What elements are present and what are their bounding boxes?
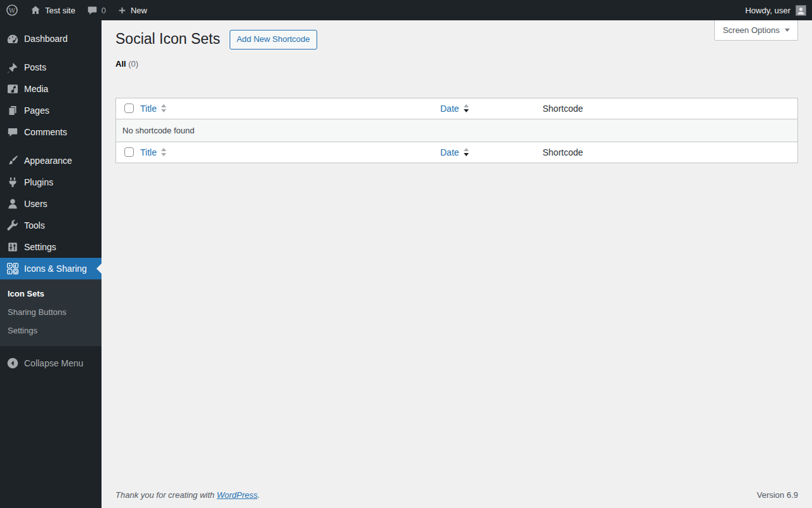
comments-bubble-icon <box>87 5 98 16</box>
menu-separator <box>0 143 102 150</box>
users-icon <box>6 197 19 210</box>
column-shortcode-label: Shortcode <box>542 147 583 157</box>
sidebar-item-pages[interactable]: Pages <box>0 100 102 121</box>
tools-icon <box>6 219 19 232</box>
sidebar-item-users[interactable]: Users <box>0 193 102 215</box>
sidebar-item-icons-sharing[interactable]: t Icons & Sharing <box>0 258 102 279</box>
select-all-cell <box>116 98 134 119</box>
wordpress-logo-menu[interactable]: W <box>0 0 24 20</box>
column-title-label: Title <box>140 104 157 114</box>
posts-icon <box>6 61 19 74</box>
column-shortcode: Shortcode <box>536 98 797 119</box>
site-name-label: Test site <box>45 6 75 15</box>
howdy-text: Howdy, user <box>745 6 790 15</box>
admin-bar: W Test site 0 New Howdy, user <box>0 0 812 20</box>
submenu-item-icon-sets[interactable]: Icon Sets <box>0 284 102 303</box>
empty-message: No shortcode found <box>116 119 798 142</box>
title-row: Social Icon Sets Add New Shortcode <box>115 30 798 50</box>
sidebar-item-label: Plugins <box>24 177 53 187</box>
sidebar-item-label: Users <box>24 199 48 209</box>
sidebar-item-appearance[interactable]: Appearance <box>0 150 102 171</box>
dashboard-icon <box>6 32 19 45</box>
sort-icons <box>464 148 469 156</box>
collapse-menu-button[interactable]: Collapse Menu <box>0 352 102 374</box>
page-wrap: Social Icon Sets Add New Shortcode All (… <box>102 20 812 163</box>
submenu-item-settings[interactable]: Settings <box>0 321 102 340</box>
sidebar-item-media[interactable]: Media <box>0 78 102 100</box>
comments-icon <box>6 126 19 138</box>
column-date: Date <box>434 98 536 119</box>
column-title-label: Title <box>140 147 157 157</box>
submenu-item-sharing-buttons[interactable]: Sharing Buttons <box>0 303 102 321</box>
sidebar-item-plugins[interactable]: Plugins <box>0 171 102 193</box>
table-row: No shortcode found <box>116 119 798 142</box>
icons-sharing-icon: t <box>6 262 19 275</box>
appearance-icon <box>6 154 19 167</box>
filter-all-link[interactable]: All <box>115 59 126 69</box>
sort-by-date-link[interactable]: Date <box>440 104 469 114</box>
current-menu-arrow-icon <box>96 264 102 274</box>
admin-sidebar: Dashboard Posts Media Pages Comments <box>0 20 102 508</box>
column-title: Title <box>134 98 434 119</box>
column-shortcode-label: Shortcode <box>542 104 583 114</box>
new-content-menu[interactable]: New <box>112 0 153 20</box>
sidebar-item-label: Icons & Sharing <box>24 264 87 274</box>
site-name-menu[interactable]: Test site <box>24 0 81 20</box>
avatar <box>796 5 806 16</box>
column-date-label: Date <box>440 147 459 157</box>
svg-text:W: W <box>9 7 16 14</box>
my-account-menu[interactable]: Howdy, user <box>740 0 812 20</box>
sidebar-item-settings[interactable]: Settings <box>0 236 102 258</box>
select-all-checkbox-bottom[interactable] <box>124 147 134 157</box>
column-date-label: Date <box>440 104 459 114</box>
screen-options-label: Screen Options <box>723 25 780 35</box>
admin-bar-right: Howdy, user <box>740 0 812 20</box>
page-frame: Dashboard Posts Media Pages Comments <box>0 20 812 508</box>
wordpress-logo-icon: W <box>6 4 18 17</box>
select-all-cell <box>116 142 134 163</box>
sidebar-item-comments[interactable]: Comments <box>0 121 102 143</box>
footer-version: Version 6.9 <box>757 490 798 500</box>
plus-icon <box>117 6 127 15</box>
footer-thanks: Thank you for creating with WordPress. <box>115 490 260 500</box>
comments-menu[interactable]: 0 <box>81 0 112 20</box>
sort-icons <box>161 104 166 112</box>
media-icon <box>6 83 19 95</box>
table-header: Title Date Shortcode <box>116 98 798 119</box>
wordpress-link[interactable]: WordPress <box>217 490 258 500</box>
sidebar-item-label: Media <box>24 84 48 94</box>
filter-all-count: (0) <box>128 59 138 69</box>
sidebar-item-label: Comments <box>24 127 67 137</box>
column-shortcode: Shortcode <box>536 142 797 163</box>
sidebar-item-posts[interactable]: Posts <box>0 57 102 78</box>
comment-count: 0 <box>102 6 106 15</box>
table-footer: Title Date Shortcode <box>116 142 798 163</box>
svg-text:t: t <box>9 270 10 274</box>
sort-by-title-link[interactable]: Title <box>140 104 166 114</box>
select-all-checkbox[interactable] <box>124 104 134 113</box>
plugins-icon <box>6 176 19 189</box>
column-date: Date <box>434 142 536 163</box>
table-body: No shortcode found <box>116 119 798 142</box>
sidebar-item-label: Pages <box>24 105 49 116</box>
sidebar-item-label: Tools <box>24 220 45 231</box>
admin-bar-left: W Test site 0 New <box>0 0 153 20</box>
home-icon <box>30 4 41 16</box>
column-title: Title <box>134 142 434 163</box>
sort-by-title-link[interactable]: Title <box>140 147 166 157</box>
collapse-arrow-icon <box>6 357 19 370</box>
footer-thanks-text: Thank you for creating with <box>115 490 217 500</box>
sort-icons <box>161 148 166 156</box>
collapse-menu-label: Collapse Menu <box>24 358 83 368</box>
sort-by-date-link[interactable]: Date <box>440 147 469 157</box>
sidebar-item-label: Appearance <box>24 156 72 166</box>
add-new-shortcode-button[interactable]: Add New Shortcode <box>230 30 317 50</box>
sidebar-item-dashboard[interactable]: Dashboard <box>0 28 102 50</box>
sidebar-item-tools[interactable]: Tools <box>0 215 102 236</box>
content-area: Screen Options Social Icon Sets Add New … <box>102 20 812 508</box>
screen-options-tab[interactable]: Screen Options <box>714 20 798 41</box>
filter-links: All (0) <box>115 59 798 69</box>
shortcodes-table: Title Date Shortcode <box>115 98 798 163</box>
sidebar-item-label: Settings <box>24 242 56 252</box>
sort-icons <box>464 104 469 112</box>
